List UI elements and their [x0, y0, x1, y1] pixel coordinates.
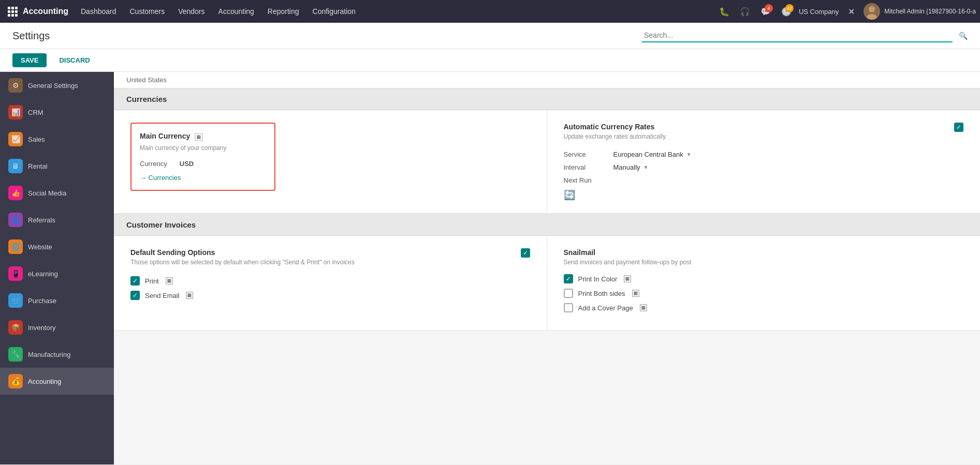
website-icon: 🌐 — [8, 239, 23, 254]
chat-icon[interactable]: 💬 4 — [757, 3, 774, 20]
rental-icon: 🖥 — [8, 159, 23, 173]
sidebar-label-social: Social Media — [28, 189, 66, 197]
sidebar-item-referrals[interactable]: 👤 Referrals — [0, 206, 114, 233]
social-icon: 👍 — [8, 186, 23, 200]
send-email-row: ✓ Send Email ⊞ — [130, 291, 530, 300]
svg-rect-4 — [11, 10, 14, 13]
nav-accounting[interactable]: Accounting — [212, 4, 260, 19]
main-currency-info-icon: ⊞ — [195, 133, 203, 141]
search-input[interactable] — [642, 29, 953, 42]
sidebar-item-website[interactable]: 🌐 Website — [0, 233, 114, 260]
sidebar-item-elearning[interactable]: 📱 eLearning — [0, 260, 114, 287]
snailmail-subtitle: Send invoices and payment follow-ups by … — [564, 259, 964, 266]
invoices-grid: Default Sending Options Those options wi… — [114, 236, 980, 331]
interval-row: Interval Manually ▼ — [564, 163, 964, 171]
svg-rect-7 — [11, 14, 14, 17]
sidebar-label-rental: Rental — [28, 162, 48, 170]
service-label: Service — [564, 151, 605, 158]
content-area: United States Currencies Main Currency ⊞… — [114, 72, 980, 464]
headset-icon[interactable]: 🎧 — [737, 3, 753, 20]
send-email-checkbox[interactable]: ✓ — [130, 291, 140, 300]
print-both-sides-checkbox[interactable] — [564, 289, 573, 298]
inventory-icon: 📦 — [8, 320, 23, 335]
settings-icon[interactable]: ✕ — [843, 3, 859, 20]
refresh-icon[interactable]: 🔄 — [564, 189, 964, 201]
app-brand[interactable]: Accounting — [23, 7, 68, 16]
nav-configuration[interactable]: Configuration — [306, 4, 362, 19]
main-layout: ⚙ General Settings 📊 CRM 📈 Sales 🖥 Renta… — [0, 72, 980, 464]
print-in-color-label: Print In Color — [578, 275, 618, 283]
referrals-icon: 👤 — [8, 213, 23, 227]
discard-button[interactable]: DISCARD — [51, 53, 98, 67]
currencies-box: Main Currency ⊞ Main currency of your co… — [130, 123, 275, 191]
sidebar-item-inventory[interactable]: 📦 Inventory — [0, 314, 114, 341]
sidebar-item-accounting[interactable]: 💰 Accounting — [0, 368, 114, 395]
save-button[interactable]: SAVE — [12, 53, 47, 67]
print-both-sides-label: Print Both sides — [578, 290, 625, 297]
nav-vendors[interactable]: Vendors — [172, 4, 211, 19]
svg-rect-6 — [8, 14, 10, 17]
general-icon: ⚙ — [8, 78, 23, 93]
user-avatar[interactable] — [864, 3, 880, 20]
apps-menu-icon[interactable] — [4, 3, 21, 20]
action-bar: SAVE DISCARD — [0, 49, 980, 72]
auto-rates-checkbox[interactable]: ✓ — [954, 123, 963, 132]
sidebar-item-manufacturing[interactable]: 🔧 Manufacturing — [0, 341, 114, 368]
currencies-section-title: Currencies — [126, 95, 968, 103]
interval-value[interactable]: Manually ▼ — [613, 163, 649, 171]
sidebar-label-sales: Sales — [28, 136, 45, 143]
interval-value-text: Manually — [613, 163, 640, 171]
sidebar-label-crm: CRM — [28, 109, 43, 116]
sidebar-item-crm[interactable]: 📊 CRM — [0, 99, 114, 126]
print-checkbox[interactable]: ✓ — [130, 276, 140, 286]
sidebar-item-general[interactable]: ⚙ General Settings — [0, 72, 114, 99]
top-navigation: Accounting Dashboard Customers Vendors A… — [0, 0, 980, 23]
clock-badge: 42 — [785, 4, 794, 12]
sidebar-item-rental[interactable]: 🖥 Rental — [0, 153, 114, 179]
currencies-section-header: Currencies — [114, 88, 980, 110]
add-cover-label: Add a Cover Page — [578, 304, 633, 312]
sidebar-item-sales[interactable]: 📈 Sales — [0, 126, 114, 153]
currency-row: Currency USD — [140, 160, 266, 168]
service-dropdown-arrow: ▼ — [686, 152, 692, 157]
sidebar-label-website: Website — [28, 243, 52, 251]
sidebar-item-social[interactable]: 👍 Social Media — [0, 179, 114, 206]
print-row: ✓ Print ⊞ — [130, 276, 530, 286]
sending-title: Default Sending Options — [130, 248, 355, 257]
country-value: United States — [126, 76, 167, 84]
service-row: Service European Central Bank ▼ — [564, 151, 964, 158]
print-in-color-row: ✓ Print In Color ⊞ — [564, 274, 964, 283]
clock-icon[interactable]: 🕐 42 — [778, 3, 795, 20]
auto-rates-title: Automatic Currency Rates — [564, 123, 666, 131]
add-cover-icon: ⊞ — [640, 304, 647, 311]
auto-rates-cell: Automatic Currency Rates Update exchange… — [547, 110, 981, 214]
sales-icon: 📈 — [8, 132, 23, 146]
manufacturing-icon: 🔧 — [8, 347, 23, 362]
purchase-icon: 🛒 — [8, 293, 23, 308]
print-info-icon: ⊞ — [166, 277, 173, 284]
elearning-icon: 📱 — [8, 266, 23, 281]
nav-customers[interactable]: Customers — [124, 4, 171, 19]
user-name[interactable]: Mitchell Admin (19827900-16-0-a — [884, 8, 976, 15]
interval-dropdown-arrow: ▼ — [643, 164, 649, 170]
interval-label: Interval — [564, 163, 605, 171]
search-icon: 🔍 — [959, 32, 968, 40]
sidebar: ⚙ General Settings 📊 CRM 📈 Sales 🖥 Renta… — [0, 72, 114, 464]
sidebar-item-purchase[interactable]: 🛒 Purchase — [0, 287, 114, 314]
nav-reporting[interactable]: Reporting — [261, 4, 305, 19]
sidebar-label-referrals: Referrals — [28, 216, 55, 224]
sending-checkbox[interactable]: ✓ — [521, 248, 530, 258]
currency-value: USD — [180, 160, 194, 168]
nav-dashboard[interactable]: Dashboard — [75, 4, 123, 19]
bug-icon[interactable]: 🐛 — [716, 3, 733, 20]
currencies-link[interactable]: → Currencies — [140, 174, 266, 182]
svg-point-10 — [869, 6, 875, 12]
svg-rect-0 — [8, 7, 10, 9]
print-in-color-checkbox[interactable]: ✓ — [564, 274, 573, 283]
svg-rect-8 — [15, 14, 18, 17]
settings-header: Settings 🔍 — [0, 23, 980, 49]
add-cover-checkbox[interactable] — [564, 303, 573, 312]
company-selector[interactable]: US Company — [799, 8, 839, 16]
default-sending-cell: Default Sending Options Those options wi… — [114, 236, 547, 331]
service-value[interactable]: European Central Bank ▼ — [613, 151, 692, 158]
